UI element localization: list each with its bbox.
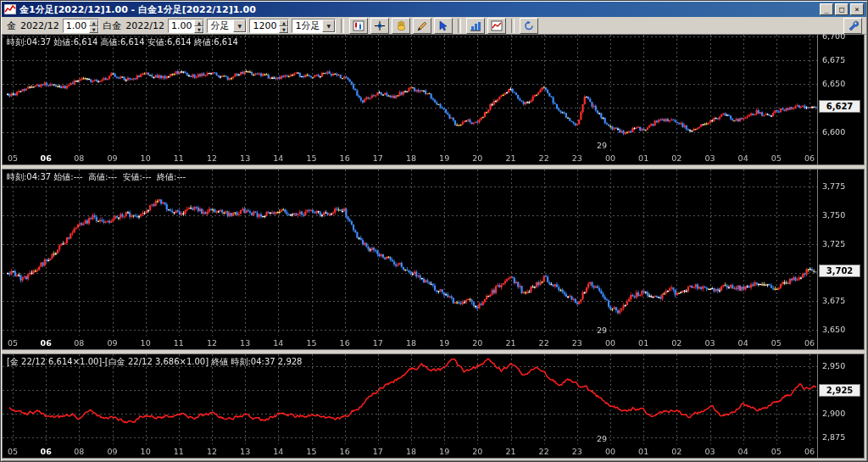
x-axis-label: 08 [74,447,84,456]
spin-up-icon[interactable]: ▲ [279,19,288,26]
platinum-chart-canvas[interactable] [3,170,818,336]
x-axis-label: 12 [207,153,217,163]
gold-time-axis: 0506080910111213141516171819202122230001… [3,151,818,164]
x-axis-label: 01 [638,153,648,163]
gold-chart-canvas[interactable] [3,35,818,151]
period-dropdown[interactable]: 分足 ▼ [207,19,247,33]
x-axis-label: 19 [439,447,449,456]
crosshair-button[interactable] [370,18,389,34]
line-study-button[interactable] [487,18,506,34]
x-axis-label: 11 [174,153,184,163]
x-axis-label: 04 [738,338,748,348]
x-axis-label: 01 [638,447,648,456]
gold-plot-area: 29 [3,35,818,151]
gold-chart-panel: 29 6,6006,6256,6506,6756,7006,627 050608… [2,34,865,165]
spread-time-axis: 0506080910111213141516171819202122230001… [3,444,818,458]
last-price-badge: 6,627 [819,100,860,113]
platinum-factor-spinner[interactable]: 1.00 ▲▼ [168,19,205,33]
x-axis-label: 12 [207,447,217,456]
x-axis-label: 09 [107,153,117,163]
bar-count-spinner[interactable]: 1200 ▲▼ [249,19,289,33]
titlebar[interactable]: 金1分足[2022/12]1.00 - 白金1分足[2022/12]1.00 _… [2,2,866,17]
y-axis-label: 2,900 [822,409,845,418]
y-axis-label: 3,775 [822,181,845,191]
chevron-down-icon[interactable]: ▼ [233,19,246,32]
x-axis-label: 20 [472,153,482,163]
chart-type-button[interactable] [349,18,368,34]
close-button[interactable]: × [850,3,864,15]
spin-down-icon[interactable]: ▼ [279,26,288,33]
maximize-button[interactable]: □ [835,3,849,15]
y-axis-label: 6,700 [822,31,845,41]
x-axis-label: 08 [74,338,84,348]
spread-chart-panel: 29 2,8752,9002,9252,9502,925 05060809101… [2,353,865,459]
gold-price-axis: 6,6006,6256,6506,6756,7006,627 [817,35,864,164]
spin-down-icon[interactable]: ▼ [194,26,203,33]
x-axis-label: 10 [141,338,151,348]
x-axis-label: 05 [771,153,782,163]
x-axis-label: 21 [505,153,515,163]
minimize-button[interactable]: _ [820,3,833,15]
gold-factor-spinner[interactable]: 1.00 ▲▼ [63,19,100,33]
x-axis-label: 02 [671,338,682,348]
spread-formula-info: [金 22/12 6,614×1.00]-[白金 22/12 3,686×1.0… [7,356,302,368]
x-axis-label: 14 [273,338,283,348]
x-axis-label: 06 [41,153,52,163]
pan-button[interactable] [392,18,410,34]
x-axis-label: 05 [771,447,782,456]
x-axis-label: 09 [107,338,117,348]
date-change-label: 29 [597,434,607,443]
gold-label: 金 [7,19,16,32]
x-axis-label: 16 [340,153,350,163]
x-axis-label: 00 [605,338,615,348]
window-title: 金1分足[2022/12]1.00 - 白金1分足[2022/12]1.00 [19,3,818,16]
spinner-arrows: ▲▼ [279,19,288,32]
bar-count-value: 1200 [250,19,279,32]
x-axis-label: 06 [804,447,815,456]
spinner-arrows: ▲▼ [89,19,98,32]
x-axis-label: 10 [141,153,151,163]
settings-button[interactable] [843,18,862,34]
chevron-down-icon[interactable]: ▼ [322,19,335,32]
platinum-price-axis: 3,6503,6753,7003,7253,7503,7753,702 [817,170,864,349]
x-axis-label: 17 [373,338,383,348]
gold-month-value[interactable]: 2022/12 [20,20,59,31]
x-axis-label: 06 [41,447,52,456]
period-dropdown-value: 分足 [208,19,233,32]
x-axis-label: 20 [472,447,482,456]
refresh-button[interactable] [520,18,538,34]
x-axis-label: 19 [439,338,449,348]
pencil-icon [416,20,428,31]
spin-up-icon[interactable]: ▲ [194,19,203,26]
x-axis-label: 21 [505,338,515,348]
x-axis-label: 15 [306,153,316,163]
draw-button[interactable] [413,18,431,34]
x-axis-label: 23 [572,447,582,456]
y-axis-label: 3,750 [822,210,845,220]
spinner-arrows: ▲▼ [194,19,203,32]
y-axis-label: 3,650 [822,325,845,334]
x-axis-label: 11 [174,447,184,456]
x-axis-label: 06 [41,338,52,348]
date-change-label: 29 [597,326,607,335]
toolbar: 金 2022/12 1.00 ▲▼ 白金 2022/12 1.00 ▲▼ 分足 … [2,17,866,35]
x-axis-label: 13 [240,447,250,456]
platinum-month-value[interactable]: 2022/12 [125,20,164,31]
x-axis-label: 21 [505,447,515,456]
cursor-icon [437,20,449,31]
indicator-button[interactable] [466,18,485,34]
x-axis-label: 20 [472,338,482,348]
platinum-label: 白金 [103,19,121,32]
spin-up-icon[interactable]: ▲ [89,19,98,26]
pointer-button[interactable] [434,18,453,34]
hand-icon [395,20,407,31]
candlestick-chart-icon [353,20,364,31]
platinum-factor-value: 1.00 [169,19,195,32]
x-axis-label: 03 [704,338,715,348]
x-axis-label: 23 [572,153,582,163]
spin-down-icon[interactable]: ▼ [89,26,98,33]
app-icon [4,4,16,14]
bar-type-dropdown[interactable]: 1分足 ▼ [292,19,336,33]
x-axis-label: 01 [638,338,648,348]
x-axis-label: 02 [671,447,682,456]
